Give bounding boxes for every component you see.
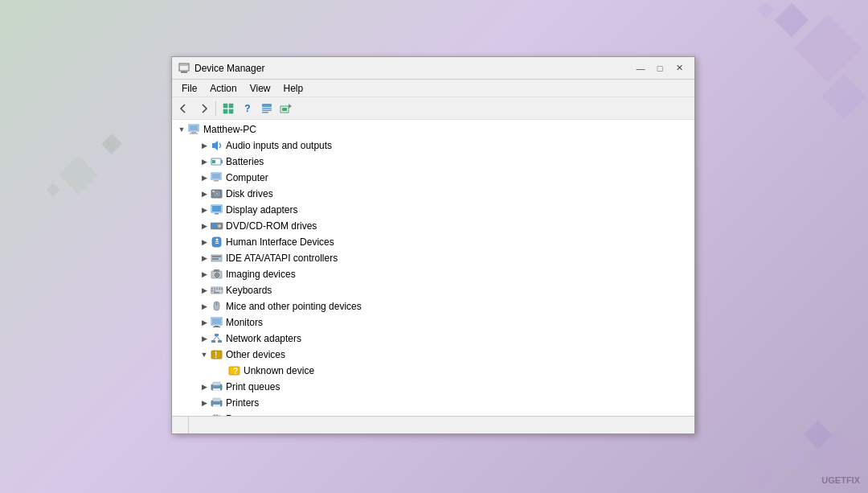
svg-rect-76 [213,398,220,401]
menu-help[interactable]: Help [277,81,310,96]
disk-icon [211,187,223,200]
back-button[interactable] [175,100,193,117]
device-manager-window: Device Manager — □ ✕ File Action View He… [171,56,695,434]
properties-button[interactable] [258,100,276,117]
svg-rect-54 [214,292,219,294]
audio-icon [211,139,223,152]
expand-icon[interactable]: ▶ [198,171,211,184]
expand-icon[interactable]: ▶ [198,300,211,313]
svg-text:!: ! [215,351,217,359]
svg-rect-21 [221,160,223,163]
svg-point-45 [216,274,218,276]
tree-view[interactable]: ▼ Matthew-PC ▶ Audio inputs and outp [172,120,694,416]
tree-item-audio[interactable]: ▶ Audio inputs and outputs [172,138,694,154]
svg-rect-53 [214,290,215,292]
svg-rect-50 [219,289,220,290]
tree-item-keyboards[interactable]: ▶ Keyboards [172,282,694,298]
dvd-label: DVD/CD-ROM drives [226,220,317,232]
svg-rect-8 [262,108,272,109]
tree-item-display[interactable]: ▶ Display adapters [172,202,694,218]
expand-icon[interactable]: ▶ [198,252,211,265]
unknown-label: Unknown device [244,365,314,376]
svg-rect-74 [219,386,221,388]
expand-icon[interactable]: ▶ [198,268,211,281]
expand-icon[interactable]: ▶ [198,396,211,409]
expand-icon[interactable]: ▶ [198,332,211,345]
tree-item-dvd[interactable]: ▶ DVD/CD-ROM drives [172,218,694,234]
menu-file[interactable]: File [175,81,203,96]
tree-item-batteries[interactable]: ▶ Batteries [172,154,694,170]
help-button[interactable]: ? [239,100,256,117]
minimize-button[interactable]: — [632,61,649,76]
svg-rect-61 [213,327,220,327]
expand-icon[interactable]: ▶ [198,380,211,393]
expand-icon[interactable]: ▶ [198,284,211,297]
update-driver-button[interactable] [277,100,295,117]
svg-point-27 [216,193,218,195]
menu-bar: File Action View Help [172,80,694,97]
svg-rect-7 [262,104,272,107]
monitors-label: Monitors [226,317,263,328]
svg-rect-12 [282,108,287,111]
show-hidden-button[interactable] [219,100,237,117]
printers-icon [211,396,223,409]
tree-item-hid[interactable]: ▶ Human Interface Devices [172,234,694,250]
disk-label: Disk drives [226,188,273,199]
expand-icon[interactable]: ▶ [198,203,211,216]
tree-item-computer[interactable]: ▶ Computer [172,170,694,186]
expand-icon[interactable]: ▶ [198,220,211,232]
svg-rect-20 [212,160,215,163]
tree-item-printers[interactable]: ▶ Printers [172,395,694,411]
close-button[interactable]: ✕ [670,61,688,76]
tree-root[interactable]: ▼ Matthew-PC [172,121,694,138]
menu-action[interactable]: Action [203,81,243,96]
status-bar [172,416,694,433]
svg-marker-13 [289,104,292,109]
svg-rect-9 [262,109,272,111]
collapse-icon[interactable]: ▼ [198,348,211,361]
computer-icon2 [211,171,223,184]
tree-item-ide[interactable]: ▶ IDE ATA/ATAPI controllers [172,250,694,266]
tree-item-imaging[interactable]: ▶ Imaging devices [172,266,694,282]
svg-rect-4 [229,104,233,108]
expand-icon[interactable]: ▶ [198,155,211,168]
svg-rect-38 [215,243,219,244]
ide-label: IDE ATA/ATAPI controllers [226,253,338,264]
svg-rect-78 [219,402,221,404]
svg-rect-64 [218,340,222,343]
svg-marker-18 [212,141,218,150]
tree-item-other[interactable]: ▼ ! Other devices [172,347,694,363]
svg-rect-72 [213,382,220,385]
window-controls: — □ ✕ [632,61,688,76]
tree-item-network[interactable]: ▶ Network adapters [172,331,694,347]
ide-icon [211,252,223,265]
network-icon [211,332,223,345]
svg-rect-33 [212,224,217,228]
computer-icon [188,123,201,136]
toolbar: ? [172,97,694,120]
imaging-label: Imaging devices [226,269,296,280]
batteries-label: Batteries [226,156,264,167]
svg-point-36 [216,239,219,241]
tree-item-printq[interactable]: ▶ Print queues [172,379,694,395]
collapse-icon[interactable]: ▼ [175,123,188,136]
expand-icon[interactable]: ▶ [198,316,211,329]
svg-rect-48 [214,289,215,290]
root-label: Matthew-PC [203,124,256,135]
hid-label: Human Interface Devices [226,236,334,248]
menu-view[interactable]: View [244,81,277,96]
forward-button[interactable] [194,100,212,117]
tree-item-mice[interactable]: ▶ Mice and other pointing devices [172,298,694,314]
display-icon [211,203,223,216]
monitor-icon [211,316,223,329]
tree-item-unknown[interactable]: ▶ ? Unknown device [172,363,694,379]
expand-icon[interactable]: ▶ [198,139,211,152]
tree-item-monitors[interactable]: ▶ Monitors [172,314,694,331]
expand-icon[interactable]: ▶ [198,187,211,200]
other-icon: ! [211,348,223,361]
window-title: Device Manager [194,63,632,74]
maximize-button[interactable]: □ [651,61,669,76]
tree-item-disk[interactable]: ▶ Disk drives [172,186,694,202]
expand-icon[interactable]: ▶ [198,236,211,249]
imaging-icon [211,268,223,281]
